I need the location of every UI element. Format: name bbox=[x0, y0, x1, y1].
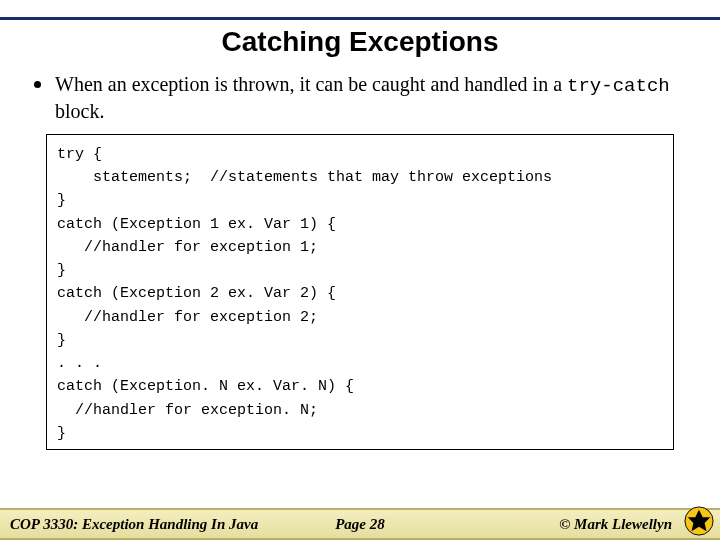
top-rule bbox=[0, 17, 720, 20]
footer-bar: COP 3330: Exception Handling In Java Pag… bbox=[0, 508, 720, 540]
bullet-item: When an exception is thrown, it can be c… bbox=[34, 72, 686, 124]
footer-left: COP 3330: Exception Handling In Java bbox=[10, 516, 559, 533]
bullet-dot-icon bbox=[34, 81, 41, 88]
footer-page: Page 28 bbox=[335, 516, 385, 533]
ucf-logo-icon bbox=[684, 506, 714, 536]
bullet-code: try-catch bbox=[567, 75, 670, 97]
bullet-text: When an exception is thrown, it can be c… bbox=[55, 72, 686, 124]
bullet-pre: When an exception is thrown, it can be c… bbox=[55, 73, 567, 95]
code-block: try { statements; //statements that may … bbox=[46, 134, 674, 450]
bullet-post: block. bbox=[55, 100, 104, 122]
slide-title: Catching Exceptions bbox=[0, 26, 720, 58]
